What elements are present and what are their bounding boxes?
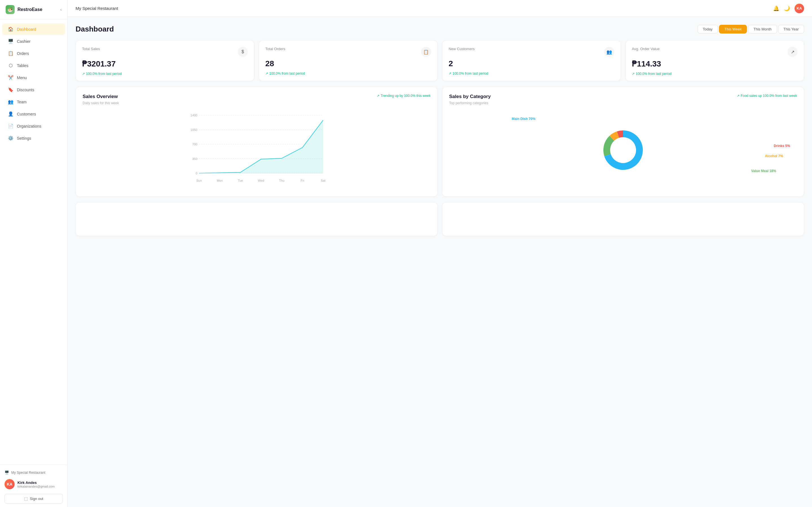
topbar-avatar[interactable]: KA <box>795 4 804 13</box>
period-btn-today[interactable]: Today <box>698 25 718 34</box>
donut-label: Main Dish 70% <box>512 117 536 121</box>
change-arrow-icon: ↗ <box>632 72 635 76</box>
svg-text:350: 350 <box>192 157 197 161</box>
bottom-row <box>75 202 804 236</box>
settings-icon: ⚙️ <box>8 135 13 141</box>
user-details: Kirk Andes kirkalainandes@gmail.com <box>17 481 63 488</box>
donut-label: Value Meal 18% <box>751 169 776 173</box>
sidebar-footer: 🖥️ My Special Restaurant KA Kirk Andes k… <box>0 464 67 507</box>
donut-container: Main Dish 70%Drinks 5%Alcohol 7%Value Me… <box>449 111 797 189</box>
svg-text:Fri: Fri <box>301 179 304 182</box>
change-text: 100.0% from last period <box>269 71 305 75</box>
sidebar-item-customers[interactable]: 👤 Customers <box>2 108 65 120</box>
notification-icon[interactable]: 🔔 <box>773 5 779 11</box>
svg-text:1050: 1050 <box>191 128 197 131</box>
period-btn-this-week[interactable]: This Week <box>719 25 747 34</box>
sales-overview-title: Sales Overview <box>83 94 118 100</box>
stats-grid: Total Sales $ ₱3201.37 ↗ 100.0% from las… <box>75 40 804 81</box>
orders-icon: 📋 <box>8 51 13 56</box>
bottom-card-left <box>75 202 438 236</box>
sidebar-item-label: Dashboard <box>17 27 36 32</box>
sidebar-item-label: Settings <box>17 136 31 140</box>
donut-label: Alcohol 7% <box>765 154 783 158</box>
stat-icon: 👥 <box>604 47 614 57</box>
sidebar-item-cashier[interactable]: 🖥️ Cashier <box>2 36 65 47</box>
sidebar-collapse-button[interactable]: ‹ <box>60 7 62 12</box>
stat-value: ₱114.33 <box>632 59 798 68</box>
sales-overview-trend: ↗ Trending up by 100.0% this week <box>377 94 430 98</box>
svg-text:Sun: Sun <box>196 179 202 182</box>
topbar: My Special Restaurant 🔔 🌙 KA <box>68 0 812 17</box>
sidebar-item-settings[interactable]: ⚙️ Settings <box>2 132 65 144</box>
stat-value: 28 <box>265 59 431 68</box>
sidebar-item-team[interactable]: 👥 Team <box>2 96 65 108</box>
cashier-icon: 🖥️ <box>8 39 13 44</box>
sidebar-item-label: Cashier <box>17 39 31 44</box>
avatar: KA <box>4 479 15 489</box>
user-name: Kirk Andes <box>17 481 63 485</box>
discounts-icon: 🔖 <box>8 87 13 93</box>
stat-change: ↗ 100.0% from last period <box>265 71 431 75</box>
restaurant-icon: 🖥️ <box>4 470 9 474</box>
stat-label: Avg. Order Value <box>632 47 660 51</box>
stat-card-3: Avg. Order Value ↗ ₱114.33 ↗ 100.0% from… <box>625 40 804 81</box>
stat-header: Total Sales $ <box>82 47 248 57</box>
stat-value: ₱3201.37 <box>82 59 248 68</box>
stat-header: New Customers 👥 <box>449 47 614 57</box>
sales-overview-card: Sales Overview ↗ Trending up by 100.0% t… <box>75 87 438 196</box>
sign-out-icon: ⬚ <box>24 497 28 501</box>
sidebar-item-discounts[interactable]: 🔖 Discounts <box>2 84 65 96</box>
svg-text:Thu: Thu <box>279 179 285 182</box>
period-filters: TodayThis WeekThis MonthThis Year <box>698 25 804 34</box>
dashboard-icon: 🏠 <box>8 26 13 32</box>
svg-text:Wed: Wed <box>258 179 264 182</box>
organizations-icon: 📄 <box>8 123 13 129</box>
dashboard-content: Dashboard TodayThis WeekThis MonthThis Y… <box>68 17 812 507</box>
stat-card-0: Total Sales $ ₱3201.37 ↗ 100.0% from las… <box>75 40 254 81</box>
stat-change: ↗ 100.0% from last period <box>632 72 798 76</box>
sidebar-item-orders[interactable]: 📋 Orders <box>2 48 65 59</box>
change-text: 100.0% from last period <box>636 72 672 76</box>
svg-text:700: 700 <box>192 143 197 146</box>
change-arrow-icon: ↗ <box>265 71 268 75</box>
sidebar-item-menu[interactable]: ✂️ Menu <box>2 72 65 83</box>
sales-overview-header: Sales Overview ↗ Trending up by 100.0% t… <box>83 94 430 100</box>
change-text: 100.0% from last period <box>86 72 122 76</box>
team-icon: 👥 <box>8 99 13 105</box>
sign-out-label: Sign out <box>30 497 43 501</box>
stat-icon: ↗ <box>788 47 798 57</box>
customers-icon: 👤 <box>8 111 13 117</box>
sidebar-item-label: Organizations <box>17 124 41 128</box>
period-btn-this-year[interactable]: This Year <box>778 25 804 34</box>
topbar-actions: 🔔 🌙 KA <box>773 4 804 13</box>
area-chart-container: 035070010501400SunMonTueWedThuFriSat <box>83 111 430 184</box>
sidebar-item-tables[interactable]: ⬡ Tables <box>2 60 65 71</box>
trend-arrow-icon: ↗ <box>377 94 379 98</box>
svg-text:0: 0 <box>196 172 197 175</box>
area-chart-svg: 035070010501400SunMonTueWedThuFriSat <box>83 111 430 184</box>
sidebar-item-label: Discounts <box>17 88 34 92</box>
sales-by-category-card: Sales by Category ↗ Food sales up 100.0%… <box>442 87 804 196</box>
theme-toggle-icon[interactable]: 🌙 <box>784 5 790 11</box>
svg-text:Mon: Mon <box>217 179 223 182</box>
sidebar-item-label: Team <box>17 100 27 104</box>
stat-card-2: New Customers 👥 2 ↗ 100.0% from last per… <box>442 40 621 81</box>
sidebar-item-dashboard[interactable]: 🏠 Dashboard <box>2 23 65 35</box>
dashboard-header: Dashboard TodayThis WeekThis MonthThis Y… <box>75 25 804 34</box>
sidebar-item-organizations[interactable]: 📄 Organizations <box>2 120 65 132</box>
category-trend-arrow-icon: ↗ <box>737 94 740 98</box>
user-info: KA Kirk Andes kirkalainandes@gmail.com <box>4 477 63 492</box>
stat-header: Total Orders 📋 <box>265 47 431 57</box>
sidebar-logo: 🍜 RestroEase ‹ <box>0 0 67 19</box>
user-email: kirkalainandes@gmail.com <box>17 485 63 488</box>
donut-label: Drinks 5% <box>774 144 790 148</box>
sign-out-button[interactable]: ⬚ Sign out <box>4 494 63 504</box>
change-arrow-icon: ↗ <box>82 72 85 76</box>
app-logo-icon: 🍜 <box>6 5 15 14</box>
svg-text:1400: 1400 <box>191 114 197 117</box>
period-btn-this-month[interactable]: This Month <box>748 25 777 34</box>
charts-row: Sales Overview ↗ Trending up by 100.0% t… <box>75 87 804 196</box>
change-arrow-icon: ↗ <box>449 71 451 75</box>
stat-label: Total Sales <box>82 47 100 51</box>
sales-overview-subtitle: Daily sales for this week <box>83 101 430 105</box>
